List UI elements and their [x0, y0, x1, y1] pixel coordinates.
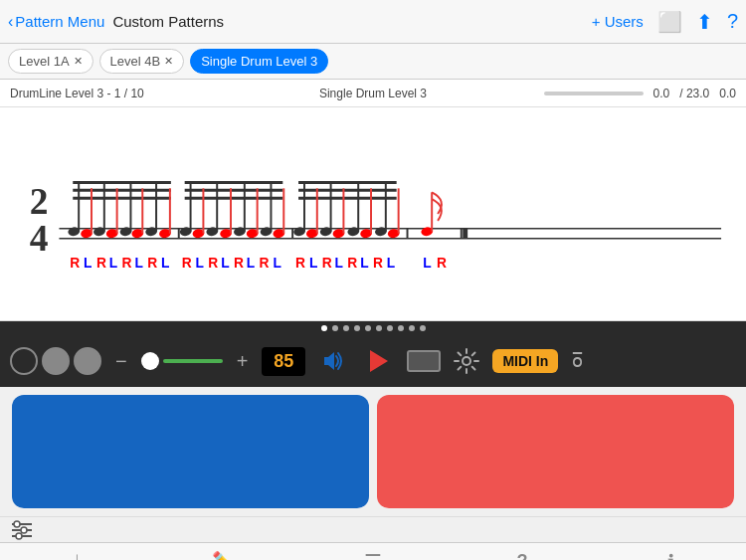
dot-10[interactable] — [420, 325, 426, 331]
pattern-name: Single Drum Level 3 — [319, 87, 427, 100]
svg-text:L: L — [109, 256, 117, 271]
volume-track — [163, 359, 223, 363]
score-right: 0.0 — [719, 87, 736, 100]
sound-button[interactable] — [315, 343, 351, 379]
svg-text:L: L — [273, 256, 280, 271]
tabbar-tap[interactable]: ♩ Tap — [0, 550, 149, 561]
dot-3[interactable] — [343, 325, 349, 331]
svg-text:L: L — [196, 256, 204, 271]
tab-level-1a[interactable]: Level 1A ✕ — [8, 49, 93, 74]
plus-button[interactable]: + — [233, 350, 253, 373]
notation-area: 2 4 R L R L R L — [0, 107, 746, 321]
svg-text:R: R — [147, 256, 157, 271]
dot-4[interactable] — [354, 325, 360, 331]
notation-svg: 2 4 R L R L R L — [20, 124, 726, 303]
tabbar-info[interactable]: ℹ Info — [597, 550, 746, 561]
header-title: Custom Patterns — [112, 13, 224, 30]
tabbar-help[interactable]: ? Help — [448, 551, 597, 560]
svg-text:R: R — [260, 256, 270, 271]
svg-text:L: L — [247, 256, 255, 271]
svg-marker-94 — [324, 352, 334, 370]
external-link-icon[interactable]: ⬜ — [657, 10, 682, 34]
dot-8[interactable] — [398, 325, 404, 331]
dot-5[interactable] — [365, 325, 371, 331]
svg-text:L: L — [360, 256, 368, 271]
tap-icon: ♩ — [71, 550, 80, 561]
settings-button[interactable] — [451, 345, 482, 377]
svg-text:L: L — [84, 256, 92, 271]
chevron-left-icon: ‹ — [8, 13, 13, 31]
midi-button[interactable]: MIDI In — [492, 349, 558, 373]
circle-btn-2[interactable] — [42, 347, 70, 375]
svg-text:R: R — [437, 256, 447, 271]
tab-level-4b[interactable]: Level 4B ✕ — [99, 49, 185, 74]
svg-point-95 — [463, 357, 470, 365]
tabs-bar: Level 1A ✕ Level 4B ✕ Single Drum Level … — [0, 44, 746, 80]
tab-single-drum[interactable]: Single Drum Level 3 — [190, 49, 328, 74]
svg-point-99 — [14, 521, 20, 527]
question-icon: ? — [517, 551, 528, 560]
bpm-display[interactable]: 85 — [262, 347, 305, 376]
info-bar: DrumLine Level 3 - 1 / 10 Single Drum Le… — [0, 80, 746, 107]
svg-text:L: L — [387, 256, 395, 271]
help-icon[interactable]: ? — [727, 10, 738, 33]
right-drum-pad[interactable] — [377, 395, 734, 508]
tab-close-4b[interactable]: ✕ — [164, 55, 173, 68]
mixer-row — [0, 516, 746, 542]
pencil-icon: ✏️ — [212, 550, 237, 561]
svg-text:L: L — [134, 256, 142, 271]
progress-bar-container — [544, 92, 644, 95]
score-left: 0.0 — [653, 87, 670, 100]
tab-label-single-drum: Single Drum Level 3 — [201, 54, 317, 69]
svg-text:R: R — [295, 256, 305, 271]
info-right: 0.0 / 23.0 0.0 — [494, 87, 736, 100]
svg-text:L: L — [423, 256, 431, 271]
play-triangle-icon — [370, 350, 388, 372]
svg-text:R: R — [234, 256, 244, 271]
bottom-tabbar: ♩ Tap ✏️ Custom ☰ Worksheet ? Help ℹ Inf… — [0, 542, 746, 560]
tab-label-1a: Level 1A — [19, 54, 70, 69]
info-icon: ℹ — [667, 550, 675, 561]
svg-text:4: 4 — [30, 218, 49, 259]
drumline-info: DrumLine Level 3 - 1 / 10 — [10, 87, 144, 100]
worksheet-icon: ☰ — [364, 550, 382, 561]
svg-text:R: R — [122, 256, 132, 271]
info-left: DrumLine Level 3 - 1 / 10 — [10, 87, 252, 100]
svg-text:L: L — [221, 256, 229, 271]
share-icon[interactable]: ⬆ — [696, 10, 713, 34]
svg-point-100 — [21, 527, 27, 533]
svg-text:L: L — [309, 256, 317, 271]
dot-6[interactable] — [376, 325, 382, 331]
dot-7[interactable] — [387, 325, 393, 331]
dots-row — [0, 321, 746, 335]
volume-slider[interactable] — [141, 352, 223, 370]
circle-btn-1[interactable] — [10, 347, 38, 375]
overbar-button[interactable]: o̅ — [572, 350, 583, 372]
record-button[interactable] — [407, 350, 441, 372]
mixer-icon[interactable] — [10, 520, 34, 540]
score-separator: / 23.0 — [679, 87, 709, 100]
dot-9[interactable] — [409, 325, 415, 331]
back-button[interactable]: ‹ Pattern Menu — [8, 13, 104, 31]
volume-knob[interactable] — [141, 352, 159, 370]
plus-users-button[interactable]: + Users — [592, 13, 644, 30]
tab-label-4b: Level 4B — [110, 54, 161, 69]
dot-2[interactable] — [332, 325, 338, 331]
left-drum-pad[interactable] — [12, 395, 369, 508]
tabbar-worksheet[interactable]: ☰ Worksheet — [298, 550, 448, 561]
svg-text:R: R — [70, 256, 80, 271]
tab-close-1a[interactable]: ✕ — [74, 55, 83, 68]
svg-point-101 — [16, 533, 22, 539]
drum-pads — [0, 387, 746, 516]
svg-text:R: R — [182, 256, 192, 271]
info-center: Single Drum Level 3 — [252, 87, 493, 100]
svg-text:L: L — [161, 256, 169, 271]
tabbar-custom[interactable]: ✏️ Custom — [149, 550, 298, 561]
circle-btn-3[interactable] — [74, 347, 101, 375]
play-button[interactable] — [361, 343, 397, 379]
svg-text:R: R — [373, 256, 383, 271]
controls-bar: − + 85 MIDI In o̅ — [0, 335, 746, 387]
svg-text:R: R — [96, 256, 106, 271]
dot-1[interactable] — [321, 325, 327, 331]
minus-button[interactable]: − — [111, 350, 131, 373]
